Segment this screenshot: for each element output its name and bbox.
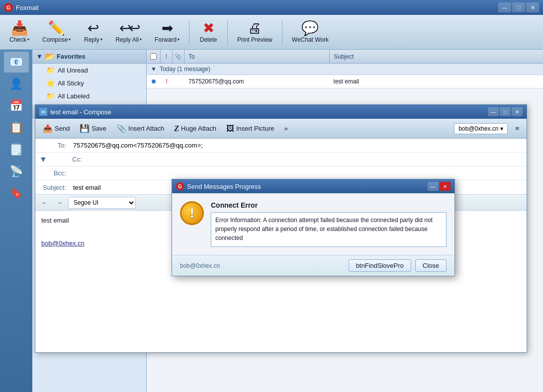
compose-account-selector[interactable]: bob@0xhex.cn ▾: [454, 123, 508, 134]
save-label: Save: [91, 125, 106, 132]
group-label: Today (1 message): [160, 66, 210, 73]
error-minimize-button[interactable]: —: [428, 182, 439, 191]
insert-picture-button[interactable]: 🖼 Insert Picture: [222, 121, 279, 136]
sidebar-bookmark-icon[interactable]: 🔖: [4, 183, 29, 204]
sidebar-item-all-sticky[interactable]: ⭐ All Sticky: [32, 77, 146, 89]
insert-picture-label: Insert Picture: [236, 125, 274, 132]
row-subject: test email: [330, 78, 543, 85]
row-checkbox[interactable]: [147, 79, 161, 83]
compose-minimize-button[interactable]: —: [488, 107, 499, 116]
font-selector[interactable]: Segoe UIArialTimes New RomanCourier New: [68, 197, 136, 209]
huge-attach-label: Huge Attach: [181, 125, 216, 132]
row-to: 757520675@qq.com: [184, 78, 330, 85]
body-back-button[interactable]: ←: [38, 197, 51, 209]
delete-label: Delete: [200, 36, 217, 43]
sidebar-notes-icon[interactable]: 🗒️: [4, 139, 29, 160]
error-footer: bob@0xhex.cn btnFindSlovePro Close: [172, 255, 454, 276]
close-button[interactable]: ✕: [526, 2, 539, 12]
error-buttons: btnFindSlovePro Close: [349, 259, 447, 272]
find-slove-pro-button[interactable]: btnFindSlovePro: [349, 259, 411, 272]
insert-picture-icon: 🖼: [226, 124, 234, 133]
error-dialog: G Send Messages Progress — ✕ ! Connect E…: [172, 179, 455, 276]
send-label: Send: [55, 125, 70, 132]
table-row[interactable]: ! 757520675@qq.com test email: [147, 75, 543, 88]
to-field-input[interactable]: [70, 140, 527, 151]
compose-titlebar: ✉ test email - Compose — □ ✕: [35, 105, 527, 119]
favorites-expand-arrow: ▼: [36, 53, 43, 60]
compose-maximize-button[interactable]: □: [500, 107, 511, 116]
insert-attach-button[interactable]: 📎 Insert Attach: [112, 121, 169, 136]
bcc-field-label: Bcc:: [35, 167, 70, 179]
close-dialog-button[interactable]: Close: [415, 259, 447, 272]
error-right-section: Connect Error Error Information: A conne…: [211, 201, 447, 247]
sidebar-calendar-icon[interactable]: 📅: [4, 95, 29, 116]
favorites-header[interactable]: ▼ 📂 Favorites: [32, 50, 146, 64]
sidebar-rss-icon[interactable]: 📡: [4, 161, 29, 182]
error-dialog-title: Send Messages Progress: [187, 183, 261, 190]
compose-account-label: bob@0xhex.cn: [458, 125, 498, 132]
send-button[interactable]: 📤 Send: [38, 121, 74, 136]
print-preview-button[interactable]: 🖨 Print Preview: [232, 18, 278, 47]
reply-icon: ↩: [88, 21, 99, 35]
favorites-label: Favorites: [57, 53, 86, 60]
group-expand-arrow[interactable]: ▼: [151, 66, 157, 73]
sidebar-tasks-icon[interactable]: 📋: [4, 117, 29, 138]
all-unread-icon: 📁: [46, 66, 55, 74]
select-all-checkbox[interactable]: [150, 53, 157, 60]
save-button[interactable]: 💾 Save: [75, 121, 111, 136]
email-list-header: ! 📎 To Subject: [147, 50, 543, 64]
error-warning-icon: !: [180, 201, 204, 225]
col-header-subject[interactable]: Subject: [330, 50, 543, 63]
cc-toggle-arrow[interactable]: ▼: [35, 153, 51, 166]
error-close-button[interactable]: ✕: [440, 182, 451, 191]
reply-button[interactable]: ↩ Reply ▾: [78, 18, 108, 47]
sidebar-item-all-unread[interactable]: 📁 All Unread: [32, 64, 146, 77]
maximize-button[interactable]: □: [512, 2, 525, 12]
wechat-work-button[interactable]: 💬 WeChat Work: [286, 18, 334, 47]
more-tools-label: »: [284, 125, 287, 132]
favorites-folder-icon: 📂: [45, 52, 55, 61]
compose-window-icon: ✉: [39, 108, 47, 116]
compose-options-button[interactable]: ≡: [511, 121, 524, 136]
error-content: ! Connect Error Error Information: A con…: [172, 193, 454, 255]
all-unread-label: All Unread: [58, 67, 88, 74]
col-header-to[interactable]: To: [184, 50, 330, 63]
col-header-attach: 📎: [173, 50, 184, 63]
print-preview-label: Print Preview: [237, 36, 272, 43]
error-window-controls: — ✕: [428, 182, 451, 191]
compose-button[interactable]: ✏️ Compose ▾: [37, 18, 76, 47]
forward-button[interactable]: ➡ Forward ▾: [149, 18, 185, 47]
error-footer-account: bob@0xhex.cn: [180, 262, 220, 269]
sidebar-item-all-labeled[interactable]: 📁 All Labeled: [32, 89, 146, 102]
reply-all-button[interactable]: ↩↩ Reply All ▾: [110, 18, 147, 47]
error-title: Connect Error: [211, 201, 447, 209]
error-text-box[interactable]: Error Information: A connection attempt …: [211, 212, 447, 247]
delete-icon: ✖: [203, 21, 214, 35]
compose-close-button[interactable]: ✕: [512, 107, 523, 116]
save-icon: 💾: [80, 124, 90, 133]
row-flag[interactable]: !: [161, 78, 173, 85]
reply-all-label: Reply All: [115, 36, 139, 43]
error-app-icon: G: [176, 182, 184, 190]
bcc-field-input[interactable]: [70, 167, 527, 179]
error-titlebar: G Send Messages Progress — ✕: [172, 179, 454, 193]
body-forward-button[interactable]: →: [53, 197, 66, 209]
huge-attach-button[interactable]: Z Huge Attach: [170, 121, 221, 136]
email-group-today: ▼ Today (1 message): [147, 64, 543, 75]
send-icon: 📤: [43, 124, 53, 133]
sidebar-email-icon[interactable]: 📧: [4, 52, 29, 73]
print-preview-icon: 🖨: [248, 21, 262, 35]
huge-attach-icon: Z: [174, 124, 179, 133]
cc-field-row: ▼ Cc:: [35, 153, 527, 166]
error-text: Error Information: A connection attempt …: [215, 217, 433, 241]
compose-toolbar: 📤 Send 💾 Save 📎 Insert Attach Z Huge Att…: [35, 119, 527, 139]
insert-attach-icon: 📎: [116, 124, 126, 133]
delete-button[interactable]: ✖ Delete: [193, 18, 223, 47]
check-button[interactable]: 📥 Check ▾: [4, 18, 35, 47]
sidebar-contacts-icon[interactable]: 👤: [4, 74, 29, 94]
more-tools-button[interactable]: »: [279, 121, 292, 136]
minimize-button[interactable]: —: [498, 2, 511, 12]
all-sticky-icon: ⭐: [46, 79, 55, 87]
cc-field-input[interactable]: [86, 154, 527, 165]
col-header-flag: !: [161, 50, 173, 63]
